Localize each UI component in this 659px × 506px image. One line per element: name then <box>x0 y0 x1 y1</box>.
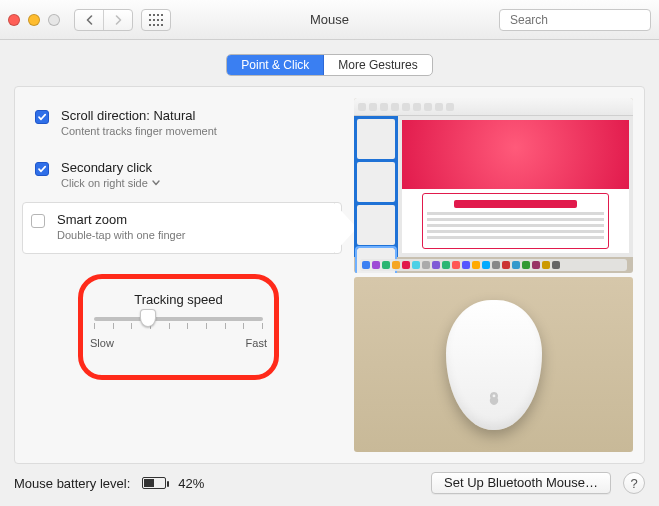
grid-icon <box>142 10 170 30</box>
bottom-bar: Mouse battery level: 42% Set Up Bluetoot… <box>14 472 645 494</box>
battery-label: Mouse battery level: <box>14 476 130 491</box>
search-field[interactable] <box>499 9 651 31</box>
checkbox-scroll-direction[interactable] <box>35 110 49 124</box>
close-window-icon[interactable] <box>8 14 20 26</box>
svg-rect-2 <box>157 14 159 16</box>
back-button[interactable] <box>75 10 104 30</box>
battery-percent: 42% <box>178 476 204 491</box>
svg-rect-9 <box>153 24 155 26</box>
option-subtitle-menu[interactable]: Click on right side <box>61 177 331 189</box>
forward-button[interactable] <box>104 10 132 30</box>
option-title: Secondary click <box>61 160 331 175</box>
checkbox-secondary-click[interactable] <box>35 162 49 176</box>
slider-labels: Slow Fast <box>90 337 267 349</box>
tracking-speed-group: Tracking speed Slow Fast <box>86 282 271 372</box>
preview-mouse-photo <box>354 277 633 452</box>
svg-rect-10 <box>157 24 159 26</box>
slider-ticks <box>94 323 263 329</box>
svg-rect-1 <box>153 14 155 16</box>
svg-rect-7 <box>161 19 163 21</box>
main-panel: Scroll direction: Natural Content tracks… <box>14 86 645 464</box>
titlebar: Mouse <box>0 0 659 40</box>
setup-bluetooth-button[interactable]: Set Up Bluetooth Mouse… <box>431 472 611 494</box>
search-input[interactable] <box>510 13 659 27</box>
option-smart-zoom[interactable]: Smart zoom Double-tap with one finger <box>22 202 342 254</box>
option-title: Scroll direction: Natural <box>61 108 331 123</box>
svg-rect-8 <box>149 24 151 26</box>
option-subtitle-text: Click on right side <box>61 177 148 189</box>
window-controls <box>8 14 60 26</box>
tab-bar: Point & Click More Gestures <box>0 54 659 76</box>
chevron-down-icon <box>152 180 160 186</box>
slider-label-fast: Fast <box>246 337 267 349</box>
svg-rect-5 <box>153 19 155 21</box>
svg-rect-6 <box>157 19 159 21</box>
tab-more-gestures[interactable]: More Gestures <box>324 55 431 75</box>
checkbox-smart-zoom[interactable] <box>31 214 45 228</box>
slider-label-slow: Slow <box>90 337 114 349</box>
svg-rect-3 <box>161 14 163 16</box>
preview-video <box>354 98 633 273</box>
svg-rect-0 <box>149 14 151 16</box>
option-subtitle: Double-tap with one finger <box>57 229 331 241</box>
option-secondary-click[interactable]: Secondary click Click on right side <box>26 150 342 202</box>
tracking-speed-label: Tracking speed <box>86 282 271 313</box>
svg-rect-4 <box>149 19 151 21</box>
magic-mouse-illustration <box>446 300 542 430</box>
option-subtitle: Content tracks finger movement <box>61 125 331 137</box>
options-column: Scroll direction: Natural Content tracks… <box>26 98 342 452</box>
segmented-control: Point & Click More Gestures <box>226 54 432 76</box>
battery-icon <box>142 477 166 489</box>
show-all-button[interactable] <box>141 9 171 31</box>
svg-rect-11 <box>161 24 163 26</box>
help-button[interactable]: ? <box>623 472 645 494</box>
tracking-speed-slider[interactable] <box>94 317 263 321</box>
minimize-window-icon[interactable] <box>28 14 40 26</box>
tab-point-and-click[interactable]: Point & Click <box>227 55 324 75</box>
option-title: Smart zoom <box>57 212 331 227</box>
nav-back-forward <box>74 9 133 31</box>
slider-knob[interactable] <box>140 309 156 327</box>
preview-column <box>354 98 633 452</box>
option-scroll-direction[interactable]: Scroll direction: Natural Content tracks… <box>26 98 342 150</box>
zoom-window-icon <box>48 14 60 26</box>
